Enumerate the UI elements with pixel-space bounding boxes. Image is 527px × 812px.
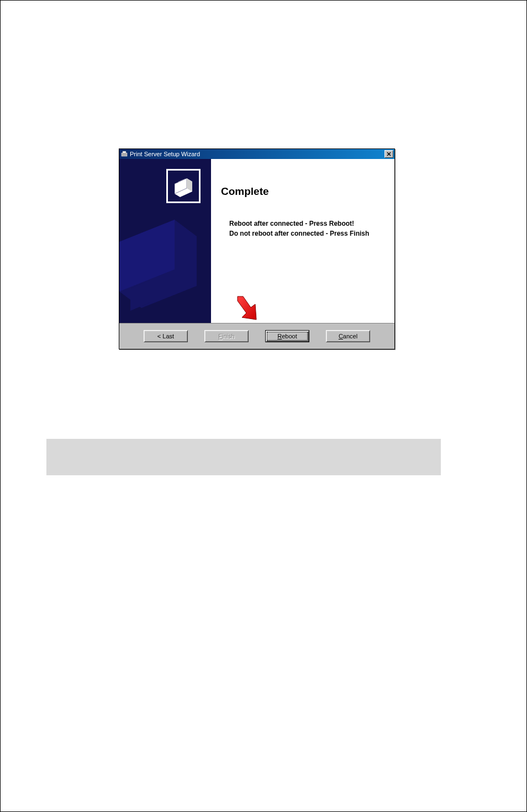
dialog-body: Complete Reboot after connected - Press … (119, 159, 394, 323)
svg-rect-0 (122, 153, 127, 156)
wizard-heading: Complete (221, 185, 384, 198)
svg-marker-11 (238, 296, 256, 320)
window-title: Print Server Setup Wizard (130, 151, 200, 157)
message-line-1: Reboot after connected - Press Reboot! (229, 219, 384, 229)
wizard-dialog: Print Server Setup Wizard (119, 148, 395, 349)
printer-icon-box (166, 169, 201, 203)
svg-rect-1 (123, 151, 126, 153)
close-button[interactable] (384, 150, 393, 158)
wizard-message: Reboot after connected - Press Reboot! D… (229, 219, 384, 238)
gray-rectangle (46, 439, 441, 475)
title-bar: Print Server Setup Wizard (119, 149, 394, 159)
app-icon (120, 150, 128, 158)
sidebar-panel (119, 159, 211, 323)
content-panel: Complete Reboot after connected - Press … (211, 159, 394, 323)
title-bar-left: Print Server Setup Wizard (120, 150, 200, 158)
message-line-2: Do not reboot after connected - Press Fi… (229, 229, 384, 238)
button-bar: < Last Finish Reboot Cancel (119, 323, 394, 349)
printer-icon (171, 174, 196, 198)
red-arrow-annotation (233, 295, 261, 323)
reboot-button[interactable]: Reboot (265, 330, 309, 342)
printer-background-graphic (119, 209, 208, 319)
finish-button: Finish (204, 330, 249, 342)
cancel-button[interactable]: Cancel (326, 330, 370, 342)
last-button[interactable]: < Last (144, 330, 188, 342)
